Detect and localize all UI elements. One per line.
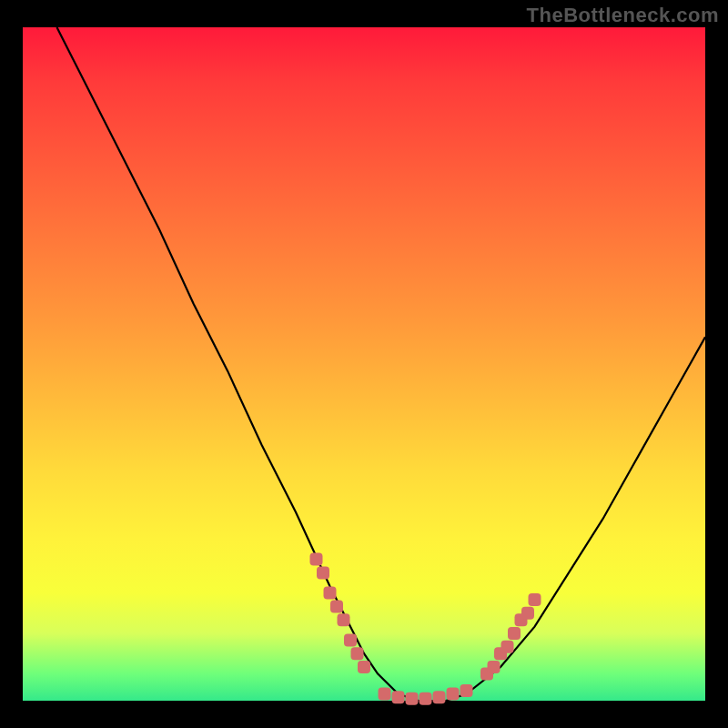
curve-marker [379, 688, 391, 701]
curve-markers [310, 553, 541, 705]
plot-area [23, 27, 705, 701]
curve-marker [344, 633, 357, 646]
curve-marker [330, 600, 343, 612]
curve-marker [351, 647, 364, 660]
curve-svg [23, 27, 705, 701]
curve-marker [447, 688, 460, 701]
curve-marker [508, 627, 521, 640]
bottleneck-curve [57, 27, 706, 701]
curve-marker [324, 587, 337, 600]
curve-marker [529, 593, 541, 606]
curve-marker [317, 566, 329, 579]
curve-marker [460, 684, 473, 697]
curve-marker [433, 691, 446, 703]
curve-marker [406, 693, 419, 705]
curve-marker [338, 613, 350, 626]
curve-marker [358, 661, 370, 673]
curve-marker [392, 691, 405, 703]
chart-frame: TheBottleneck.com [0, 0, 728, 728]
curve-marker [488, 661, 500, 673]
curve-marker [420, 693, 432, 705]
curve-marker [501, 641, 514, 653]
watermark-text: TheBottleneck.com [527, 4, 719, 27]
curve-marker [310, 553, 323, 566]
curve-marker [521, 607, 534, 620]
